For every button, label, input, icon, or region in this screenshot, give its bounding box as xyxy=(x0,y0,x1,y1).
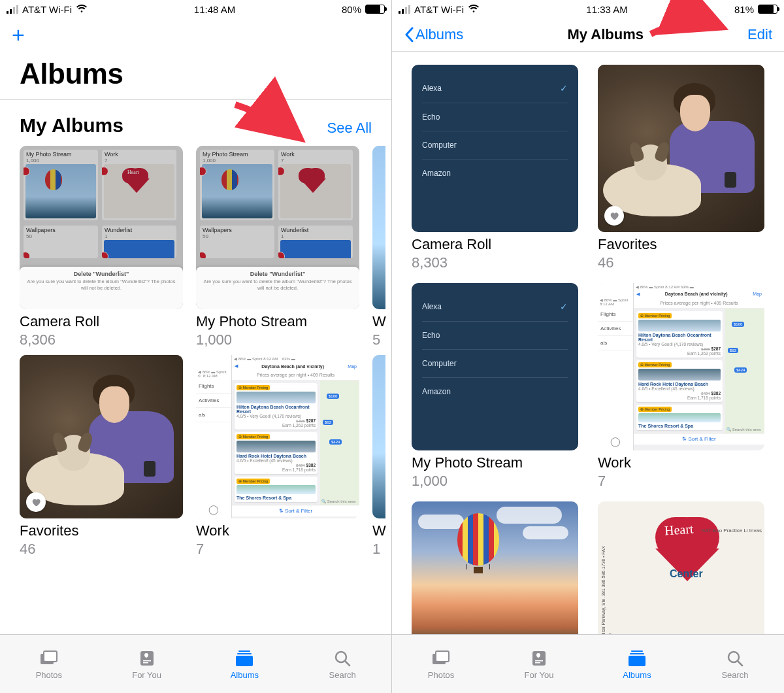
svg-rect-13 xyxy=(535,660,543,662)
albums-icon xyxy=(234,649,255,668)
search-icon xyxy=(332,649,353,668)
album-count: 1 xyxy=(372,541,385,558)
tab-label: For You xyxy=(132,670,161,680)
see-all-link[interactable]: See All xyxy=(327,120,372,137)
album-count: 46 xyxy=(20,541,183,558)
album-favorites[interactable]: Favorites 46 xyxy=(20,355,183,558)
album-name: Favorites xyxy=(598,236,764,253)
nav-bar: Albums My Albums Edit xyxy=(392,18,784,51)
heart-icon xyxy=(604,206,624,226)
svg-rect-3 xyxy=(143,660,151,662)
album-name: Work xyxy=(196,522,359,539)
card-side-text: 61 Memorial Medical Parkway, Ste. 381 38… xyxy=(600,515,613,634)
album-count: 5 xyxy=(372,331,385,348)
tab-albums[interactable]: Albums xyxy=(588,635,686,693)
photos-icon xyxy=(39,649,59,668)
album-count: 46 xyxy=(598,254,764,271)
clock: 11:33 AM xyxy=(586,4,627,15)
albums-scroll[interactable]: My Photo Stream 1,000 Work 7 xyxy=(0,146,391,634)
tab-label: For You xyxy=(525,670,554,680)
section-title: My Albums xyxy=(20,114,123,137)
heart-script: Heart xyxy=(664,521,694,538)
add-album-button[interactable]: + xyxy=(12,24,25,46)
album-work[interactable]: ◀ 86% ▬ Sprint 8:12 AM Flights Activitie… xyxy=(598,283,764,490)
battery-icon xyxy=(758,5,777,14)
signal-icon xyxy=(399,5,410,14)
heart-center-word: Center xyxy=(670,568,703,580)
album-count: 1,000 xyxy=(196,331,359,348)
album-thumbnail: Alexa✓ Echo Computer Amazon xyxy=(412,65,578,232)
album-my-photo-stream[interactable]: My Photo Stream1,000 Work7 xyxy=(196,146,359,348)
for-you-icon xyxy=(529,649,549,668)
back-label: Albums xyxy=(416,26,463,43)
album-thumbnail xyxy=(372,146,385,309)
album-favorites[interactable]: Favorites 46 xyxy=(598,65,764,271)
svg-rect-4 xyxy=(143,662,148,664)
photos-icon xyxy=(431,649,451,668)
heart-icon xyxy=(26,492,46,512)
check-icon: ✓ xyxy=(560,83,568,93)
tab-label: Albums xyxy=(231,670,259,680)
albums-grid[interactable]: Alexa✓ Echo Computer Amazon Camera Roll … xyxy=(392,52,784,634)
album-count: 8,303 xyxy=(412,254,578,271)
dialog-body: Are you sure you want to delete the albu… xyxy=(25,279,178,292)
albums-icon xyxy=(627,649,647,668)
tab-label: Search xyxy=(329,670,356,680)
search-icon xyxy=(725,649,745,668)
album-partial[interactable]: W 5 xyxy=(372,146,385,348)
tab-for-you[interactable]: For You xyxy=(98,635,196,693)
wifi-icon xyxy=(76,5,88,14)
album-work[interactable]: ◀ 86% ▬ Sprint ⏲ 8:12 AM Flights Activit… xyxy=(196,355,359,558)
tab-label: Photos xyxy=(428,670,454,680)
svg-line-9 xyxy=(345,661,350,666)
album-camera-roll[interactable]: Alexa✓ Echo Computer Amazon Camera Roll … xyxy=(412,65,578,271)
chevron-left-icon xyxy=(404,27,414,42)
signal-icon xyxy=(7,5,18,14)
album-thumbnail xyxy=(412,501,578,634)
album-count: 8,306 xyxy=(20,331,183,348)
tab-search[interactable]: Search xyxy=(686,635,784,693)
carrier-label: AT&T Wi-Fi xyxy=(22,4,72,15)
edit-button[interactable]: Edit xyxy=(747,26,772,43)
album-name: W xyxy=(372,522,385,539)
album-count: 1,000 xyxy=(412,473,578,490)
back-button[interactable]: Albums xyxy=(404,26,463,43)
page-title: Albums xyxy=(0,51,391,99)
svg-rect-16 xyxy=(630,653,644,654)
album-thumbnail: Alexa✓ Echo Computer Amazon xyxy=(412,283,578,450)
battery-pct: 80% xyxy=(342,4,361,15)
album-thumbnail xyxy=(20,355,183,518)
nav-bar: + xyxy=(0,18,391,51)
battery-pct: 81% xyxy=(734,4,754,15)
phone-right-my-albums-detail: AT&T Wi-Fi 11:33 AM 81% Albums My Albums… xyxy=(392,0,784,693)
svg-rect-15 xyxy=(631,651,643,652)
section-header: My Albums See All xyxy=(0,100,391,146)
album-thumbnail: ◀ 86% ▬ Sprint 8:12 AM Flights Activitie… xyxy=(598,283,764,450)
tab-photos[interactable]: Photos xyxy=(392,635,490,693)
status-bar: AT&T Wi-Fi 11:48 AM 80% xyxy=(0,0,391,18)
status-bar: AT&T Wi-Fi 11:33 AM 81% xyxy=(392,0,784,18)
album-camera-roll[interactable]: My Photo Stream 1,000 Work 7 xyxy=(20,146,183,348)
album-my-photo-stream[interactable]: Alexa✓ Echo Computer Amazon My Photo Str… xyxy=(412,283,578,490)
album-thumbnail: ◀ 86% ▬ Sprint ⏲ 8:12 AM Flights Activit… xyxy=(196,355,359,518)
album-name: My Photo Stream xyxy=(196,313,359,330)
tab-albums[interactable]: Albums xyxy=(196,635,294,693)
svg-rect-5 xyxy=(238,651,250,652)
tab-photos[interactable]: Photos xyxy=(0,635,98,693)
album-name: Camera Roll xyxy=(412,236,578,253)
for-you-icon xyxy=(137,649,157,668)
album-thumbnail: Heart Center 61 Memorial Medical Parkway… xyxy=(598,501,764,634)
album-heart-card[interactable]: Heart Center 61 Memorial Medical Parkway… xyxy=(598,501,764,634)
album-partial[interactable]: W 1 xyxy=(372,355,385,558)
phone-left-albums-list: AT&T Wi-Fi 11:48 AM 80% + Albums My Albu… xyxy=(0,0,392,693)
tab-search[interactable]: Search xyxy=(293,635,391,693)
album-thumbnail: My Photo Stream1,000 Work7 xyxy=(196,146,359,309)
tab-bar: Photos For You Albums Search xyxy=(392,634,784,693)
album-wallpapers[interactable] xyxy=(412,501,578,634)
album-name: W xyxy=(372,313,385,330)
clock: 11:48 AM xyxy=(194,4,235,15)
tab-label: Search xyxy=(721,670,748,680)
album-name: My Photo Stream xyxy=(412,454,578,471)
tab-for-you[interactable]: For You xyxy=(490,635,588,693)
svg-line-19 xyxy=(738,661,742,666)
